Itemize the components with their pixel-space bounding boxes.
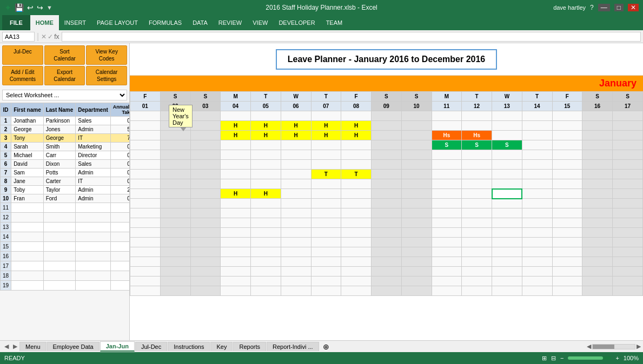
calendar-cell[interactable] [311, 286, 341, 296]
calendar-cell[interactable] [552, 218, 582, 228]
calendar-cell[interactable] [582, 170, 613, 179]
calendar-cell[interactable] [130, 218, 161, 228]
calendar-cell[interactable] [552, 238, 582, 247]
tab-home[interactable]: HOME [30, 15, 59, 30]
tab-jan-jun[interactable]: Jan-Jun [100, 341, 135, 352]
calendar-cell[interactable] [613, 286, 643, 296]
sort-calendar-button[interactable]: SortCalendar [44, 45, 85, 65]
calendar-cell[interactable] [341, 238, 372, 247]
calendar-cell[interactable] [613, 218, 643, 228]
calendar-cell[interactable] [281, 218, 311, 228]
calendar-cell[interactable] [552, 150, 582, 160]
calendar-cell[interactable] [160, 160, 190, 170]
calendar-cell[interactable] [462, 160, 492, 170]
calendar-cell[interactable] [492, 170, 522, 179]
calendar-cell[interactable] [341, 277, 372, 286]
emp-id[interactable]: 2 [1, 125, 11, 134]
calendar-cell[interactable] [221, 170, 251, 179]
tab-data[interactable]: DATA [187, 15, 213, 30]
calendar-cell[interactable] [251, 238, 281, 247]
calendar-cell[interactable] [160, 199, 190, 208]
calendar-cell[interactable] [190, 111, 221, 121]
emp-lastname[interactable] [43, 203, 76, 213]
tab-file[interactable]: FILE [2, 15, 30, 30]
calendar-cell[interactable] [190, 228, 221, 238]
emp-firstname[interactable] [11, 271, 44, 281]
emp-lastname[interactable] [43, 232, 76, 242]
calendar-cell[interactable] [130, 267, 161, 277]
calendar-cell[interactable] [613, 131, 643, 140]
emp-id[interactable]: 8 [1, 177, 11, 186]
calendar-cell[interactable] [372, 170, 402, 179]
emp-id[interactable]: 16 [1, 252, 11, 261]
emp-taken[interactable]: 0 [110, 177, 129, 186]
calendar-cell[interactable] [552, 277, 582, 286]
emp-firstname[interactable]: David [11, 160, 44, 168]
emp-taken[interactable]: 0 [110, 160, 129, 168]
calendar-cell[interactable]: Hs [432, 131, 462, 140]
calendar-cell[interactable] [552, 208, 582, 218]
calendar-cell[interactable] [522, 228, 552, 238]
calendar-cell[interactable]: H [341, 121, 372, 131]
calendar-cell[interactable]: H [281, 121, 311, 131]
tab-reports[interactable]: Reports [233, 342, 266, 351]
calendar-cell[interactable] [582, 247, 613, 257]
calendar-cell[interactable] [552, 228, 582, 238]
emp-firstname[interactable]: Jane [11, 177, 44, 186]
emp-taken[interactable] [110, 281, 129, 291]
calendar-cell[interactable] [552, 247, 582, 257]
calendar-cell[interactable] [522, 189, 552, 199]
emp-lastname[interactable] [43, 213, 76, 223]
calendar-cell[interactable] [341, 189, 372, 199]
tab-view[interactable]: VIEW [247, 15, 273, 30]
calendar-cell[interactable] [462, 208, 492, 218]
calendar-cell[interactable] [341, 208, 372, 218]
calendar-cell[interactable] [251, 160, 281, 170]
calendar-cell[interactable] [190, 140, 221, 150]
calendar-cell[interactable] [281, 228, 311, 238]
calendar-cell[interactable] [190, 277, 221, 286]
calendar-cell[interactable] [401, 131, 432, 140]
calendar-cell[interactable] [582, 160, 613, 170]
emp-firstname[interactable] [11, 203, 44, 213]
calendar-cell[interactable] [401, 111, 432, 121]
calendar-cell[interactable] [281, 160, 311, 170]
calendar-cell[interactable] [522, 218, 552, 228]
calendar-cell[interactable] [160, 218, 190, 228]
calendar-cell[interactable] [522, 238, 552, 247]
emp-taken[interactable]: 2 [110, 186, 129, 194]
calendar-cell[interactable] [401, 199, 432, 208]
calendar-cell[interactable] [582, 277, 613, 286]
calendar-cell[interactable] [221, 238, 251, 247]
calendar-cell[interactable] [251, 179, 281, 189]
calendar-cell[interactable] [130, 140, 161, 150]
calendar-cell[interactable] [432, 218, 462, 228]
calendar-cell[interactable] [552, 160, 582, 170]
calendar-cell[interactable] [341, 179, 372, 189]
zoom-out-icon[interactable]: − [560, 355, 564, 361]
calendar-cell[interactable] [251, 218, 281, 228]
calendar-cell[interactable] [190, 208, 221, 218]
calendar-cell[interactable] [522, 179, 552, 189]
calendar-cell[interactable] [190, 247, 221, 257]
calendar-cell[interactable] [492, 199, 522, 208]
confirm-icon[interactable]: ✓ [48, 33, 53, 41]
calendar-cell[interactable]: S [492, 140, 522, 150]
calendar-cell[interactable] [341, 228, 372, 238]
calendar-cell[interactable] [432, 170, 462, 179]
export-calendar-button[interactable]: ExportCalendar [44, 66, 85, 85]
emp-id[interactable]: 14 [1, 232, 11, 242]
emp-id[interactable]: 1 [1, 117, 11, 125]
calendar-cell[interactable] [281, 140, 311, 150]
calendar-cell[interactable] [401, 179, 432, 189]
calendar-cell[interactable] [401, 208, 432, 218]
emp-dept[interactable]: Marketing [76, 143, 111, 151]
add-edit-comments-button[interactable]: Add / EditComments [2, 66, 43, 85]
calendar-cell[interactable] [281, 208, 311, 218]
calendar-cell[interactable]: H [281, 131, 311, 140]
calendar-cell[interactable] [492, 189, 522, 199]
calendar-cell[interactable] [281, 286, 311, 296]
emp-firstname[interactable]: Tony [11, 134, 44, 143]
calendar-cell[interactable] [190, 238, 221, 247]
calendar-cell[interactable] [613, 257, 643, 267]
